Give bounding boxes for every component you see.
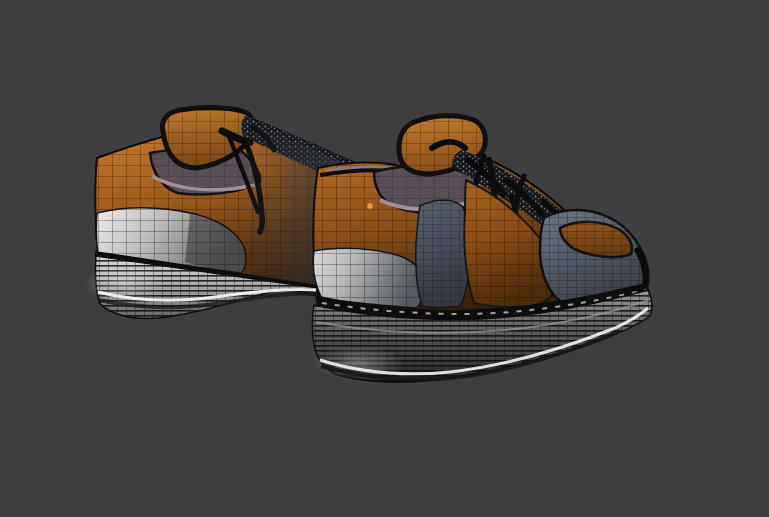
vertex-dot[interactable] [367,203,374,210]
front-saddle-wireframe [416,200,470,308]
render-canvas [0,0,769,517]
3d-viewport[interactable] [0,0,769,517]
